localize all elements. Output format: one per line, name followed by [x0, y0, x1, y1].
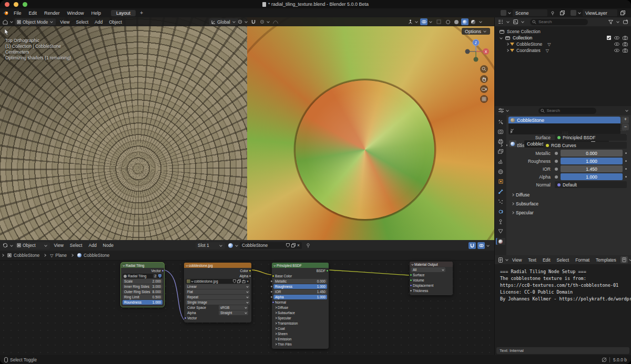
options-button[interactable]: Options	[462, 28, 490, 35]
panel-sheen[interactable]: Sheen	[273, 331, 327, 336]
socket-color-out[interactable]	[249, 269, 251, 272]
pack-icon[interactable]	[242, 279, 246, 283]
scene-tab[interactable]	[496, 158, 505, 165]
vp-menu-select[interactable]: Select	[73, 19, 91, 25]
alpha-mode-dropdown[interactable]: Straight	[219, 310, 248, 315]
panel-transmission[interactable]: Transmission	[273, 321, 327, 326]
socket-roughness-in[interactable]	[270, 285, 273, 288]
add-slot-button[interactable]: +	[622, 117, 629, 123]
vp-menu-add[interactable]: Add	[91, 19, 106, 25]
socket-bsdf-out[interactable]	[326, 269, 329, 272]
row-label[interactable]: CobbleStone	[516, 41, 542, 47]
users-count[interactable]: 2	[153, 274, 157, 278]
snapping-icon[interactable]	[469, 242, 476, 249]
navigation-gizmo[interactable]: Z X	[462, 37, 490, 66]
panel-emission[interactable]: Emission	[273, 337, 327, 341]
properties-search-input[interactable]	[538, 108, 596, 114]
zoom-icon[interactable]	[480, 65, 488, 73]
pin-icon[interactable]	[549, 9, 556, 16]
source-dropdown[interactable]: Single Image	[186, 300, 250, 305]
material-tab[interactable]	[496, 238, 505, 245]
view-layer-selector[interactable]: ViewLayer	[571, 9, 627, 16]
ior-slider[interactable]: 1.450	[561, 165, 623, 172]
panel-specular[interactable]: Specular	[273, 316, 327, 320]
target-dropdown[interactable]: All	[411, 267, 445, 272]
vp-menu-view[interactable]: View	[57, 19, 73, 25]
te-menu-select[interactable]: Select	[554, 257, 573, 263]
disable-render-camera-icon[interactable]	[623, 48, 628, 53]
field-ring-limit[interactable]: Ring Limit0.500	[123, 295, 162, 299]
menu-edit[interactable]: Edit	[25, 11, 41, 16]
diffuse-panel-header[interactable]: Diffuse	[507, 191, 629, 199]
node-image-texture[interactable]: cobblestone.jpg Color Alpha cobblestone.…	[184, 263, 251, 323]
proportional-edit-icon[interactable]	[258, 18, 266, 25]
hide-eye-icon[interactable]	[614, 43, 619, 46]
node-material-output[interactable]: Material Output All Surface Volume Displ…	[410, 262, 453, 295]
pan-hand-icon[interactable]	[480, 75, 488, 83]
scene-selector[interactable]: Scene	[501, 9, 566, 16]
unlink-x-icon[interactable]: ×	[297, 243, 300, 248]
material-name-field[interactable]: CobbleStone ×	[240, 242, 302, 249]
properties-editor-icon[interactable]	[497, 107, 505, 114]
te-menu-text[interactable]: Text	[525, 257, 540, 263]
normal-dropdown[interactable]: Default	[555, 181, 627, 188]
ne-overlays-icon[interactable]	[477, 242, 485, 249]
data-tab[interactable]	[496, 228, 505, 235]
interpolation-dropdown[interactable]: Linear	[186, 284, 250, 289]
field-outer-ring-sides[interactable]: Outer Ring Sides8.000	[123, 289, 162, 294]
panel-thin-film[interactable]: Thin Film	[273, 342, 327, 347]
alpha-slider[interactable]: 1.000	[561, 173, 623, 180]
text-datablock-icon[interactable]	[620, 256, 628, 263]
disable-render-camera-icon[interactable]	[623, 42, 628, 46]
breadcrumb-material[interactable]: CobbleStone	[84, 253, 109, 258]
socket-alpha-out[interactable]	[249, 275, 251, 277]
row-label[interactable]: Coordinates	[516, 48, 541, 53]
panel-subsurface[interactable]: Subsurface	[273, 310, 327, 315]
outliner-editor-icon[interactable]	[497, 18, 504, 25]
camera-view-icon[interactable]	[480, 85, 488, 93]
roughness-slider[interactable]: 1.000	[561, 158, 623, 164]
field-metallic[interactable]: Metallic0.000	[273, 279, 327, 284]
display-mode-icon[interactable]	[512, 18, 519, 25]
outliner-search-input[interactable]	[530, 19, 588, 25]
shading-wireframe-icon[interactable]	[444, 18, 452, 25]
remove-slot-button[interactable]: −	[622, 124, 629, 130]
shader-editor-icon[interactable]	[2, 242, 9, 249]
zoom-button[interactable]	[23, 2, 27, 7]
ne-menu-select[interactable]: Select	[67, 243, 86, 248]
field-ior[interactable]: IOR1.450	[273, 289, 327, 294]
surface-shader-dropdown[interactable]: Principled BSDF	[555, 134, 627, 141]
material-slot-list[interactable]: CobbleStone ::::	[508, 117, 620, 134]
node-canvas[interactable]: Radial Tiling Vector Radial Tiling 2 Sca…	[0, 261, 494, 355]
ne-menu-view[interactable]: View	[51, 243, 67, 248]
breadcrumb-expand-arrow[interactable]	[1, 254, 4, 257]
te-menu-templates[interactable]: Templates	[593, 257, 619, 263]
properties-editor[interactable]: CobbleStone :::: + − CobbleStone × Previ…	[495, 106, 631, 255]
row-label[interactable]: Scene Collection	[507, 29, 541, 34]
menu-render[interactable]: Render	[40, 11, 64, 16]
hide-eye-icon[interactable]	[614, 49, 619, 52]
view-layer-name[interactable]: ViewLayer	[585, 11, 607, 16]
physics-tab[interactable]	[496, 208, 505, 215]
close-button[interactable]	[5, 2, 9, 7]
fake-user-shield-icon[interactable]	[158, 274, 161, 278]
material-browse-icon[interactable]	[227, 242, 234, 249]
render-tab[interactable]	[496, 128, 505, 135]
filter-icon[interactable]	[607, 18, 614, 25]
vp-menu-object[interactable]: Object	[106, 19, 125, 25]
menu-help[interactable]: Help	[88, 11, 105, 16]
outliner-row-coordinates[interactable]: Coordinates ▽	[495, 47, 631, 54]
field-alpha[interactable]: Alpha1.000	[273, 295, 327, 299]
constraints-tab[interactable]	[496, 218, 505, 225]
viewport-editor-icon[interactable]	[2, 18, 9, 25]
particles-tab[interactable]	[496, 198, 505, 205]
xray-icon[interactable]	[435, 18, 442, 25]
exclude-checkbox[interactable]	[607, 36, 611, 40]
projection-dropdown[interactable]: Flat	[186, 289, 250, 294]
copy-icon[interactable]	[237, 279, 241, 283]
socket-base-color-in[interactable]	[272, 275, 274, 277]
shading-solid-icon[interactable]	[453, 18, 460, 25]
viewport-3d[interactable]: Object Mode View Select Add Object Globa…	[0, 17, 494, 240]
outliner-row-scene-collection[interactable]: Scene Collection	[495, 28, 631, 35]
text-content[interactable]: === Radial Tiling Node Setup ===The cobb…	[495, 264, 631, 347]
